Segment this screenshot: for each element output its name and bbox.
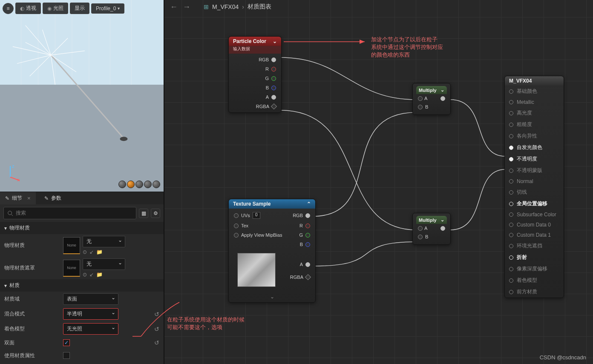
- chevron-down-icon[interactable]: ⌄: [440, 217, 444, 223]
- grid-icon[interactable]: ▦: [139, 209, 148, 218]
- output-pin-row[interactable]: 高光度: [505, 107, 564, 119]
- chevron-down-icon[interactable]: ⌄: [273, 38, 277, 44]
- output-pin[interactable]: [509, 89, 513, 94]
- output-pin-row[interactable]: Normal: [505, 176, 564, 186]
- dropdown-domain[interactable]: 表面: [63, 293, 118, 305]
- output-pin[interactable]: [509, 123, 513, 127]
- checkbox-twosided[interactable]: ✓: [63, 339, 70, 346]
- nav-fwd-button[interactable]: →: [182, 3, 191, 11]
- pin-mipbias[interactable]: [234, 233, 239, 238]
- output-pin[interactable]: [509, 233, 513, 237]
- dropdown-blend[interactable]: 半透明: [63, 308, 118, 320]
- node-texture-sample[interactable]: Texture Sample⌃ UVs0 RGB Tex R Apply Vie…: [228, 199, 316, 303]
- browse-icon[interactable]: ⊙: [83, 272, 87, 278]
- tab-details[interactable]: ✎ 细节 ×: [0, 192, 36, 204]
- pin-out-g[interactable]: [305, 233, 310, 238]
- output-pin-row[interactable]: 不透明蒙版: [505, 165, 564, 176]
- pin-in-b[interactable]: [418, 235, 423, 239]
- output-pin-row[interactable]: 着色模型: [505, 275, 564, 286]
- pin-in-a[interactable]: [418, 96, 423, 101]
- output-pin[interactable]: [509, 157, 513, 161]
- find-icon[interactable]: 📁: [96, 272, 103, 278]
- output-pin[interactable]: [509, 202, 513, 206]
- pin-in-a[interactable]: [418, 226, 423, 231]
- breadcrumb-graph[interactable]: 材质图表: [248, 3, 271, 11]
- node-particle-color[interactable]: Particle Color⌄ 输入数据 RGB R G B A RGBA: [228, 36, 282, 113]
- chevron-up-icon[interactable]: ⌃: [307, 201, 311, 207]
- output-pin[interactable]: [509, 134, 513, 138]
- viewport-preview-shapes[interactable]: [118, 181, 160, 188]
- output-pin-row[interactable]: 不透明度: [505, 153, 564, 165]
- output-pin-row[interactable]: 像素深度偏移: [505, 263, 564, 275]
- output-pin-row[interactable]: 环境光遮挡: [505, 240, 564, 252]
- pin-r[interactable]: [271, 67, 276, 72]
- output-pin-row[interactable]: 粗糙度: [505, 119, 564, 130]
- output-pin[interactable]: [509, 179, 513, 183]
- browse-icon[interactable]: ⊙: [83, 249, 87, 255]
- viewport-perspective-button[interactable]: ◐透视: [15, 3, 41, 14]
- pin-a[interactable]: [271, 95, 276, 100]
- pin-b[interactable]: [271, 86, 276, 90]
- output-pin-row[interactable]: 前方材质: [505, 286, 564, 298]
- find-icon[interactable]: 📁: [96, 249, 103, 255]
- pin-out-a[interactable]: [305, 262, 310, 267]
- texture-preview[interactable]: [237, 253, 276, 287]
- dropdown-shading[interactable]: 无光照: [63, 323, 118, 335]
- output-pin[interactable]: [509, 190, 513, 195]
- output-pin[interactable]: [509, 290, 513, 294]
- pin-out-r[interactable]: [305, 224, 310, 228]
- gear-icon[interactable]: ⚙: [151, 209, 160, 218]
- breadcrumb-mat[interactable]: M_VFX04: [212, 3, 239, 10]
- output-pin[interactable]: [509, 255, 513, 260]
- use-icon[interactable]: ↙: [89, 249, 94, 255]
- node-multiply-bottom[interactable]: Multiply⌄ A B: [412, 213, 451, 245]
- pin-uvs[interactable]: [234, 213, 239, 218]
- output-pin[interactable]: [509, 267, 513, 271]
- search-input[interactable]: 搜索: [3, 207, 136, 219]
- pin-rgba[interactable]: [271, 103, 277, 109]
- output-pin-row[interactable]: 自发光颜色: [505, 142, 564, 153]
- output-pin-row[interactable]: Custom Data 1: [505, 230, 564, 240]
- pin-out-b[interactable]: [305, 242, 310, 247]
- output-pin[interactable]: [509, 244, 513, 248]
- asset-thumb-physmask[interactable]: None: [63, 260, 80, 277]
- output-pin-row[interactable]: Metallic: [505, 97, 564, 107]
- pin-g[interactable]: [271, 76, 276, 81]
- viewport-lit-button[interactable]: ◉光照: [43, 3, 68, 14]
- output-pin[interactable]: [509, 111, 513, 115]
- use-icon[interactable]: ↙: [89, 272, 94, 278]
- pin-rgb[interactable]: [271, 57, 276, 62]
- output-pin[interactable]: [509, 100, 513, 104]
- dropdown-physmat[interactable]: 无: [83, 236, 125, 247]
- viewport[interactable]: ≡ ◐透视 ◉光照 显示 Profile_0▾ Z X: [0, 0, 164, 192]
- output-pin-row[interactable]: Custom Data 0: [505, 220, 564, 230]
- output-pin[interactable]: [509, 278, 513, 283]
- pin-in-b[interactable]: [418, 105, 423, 109]
- output-pin-row[interactable]: 各向异性: [505, 130, 564, 142]
- asset-thumb-physmat[interactable]: None: [63, 237, 80, 254]
- section-material[interactable]: ▾材质: [0, 279, 164, 292]
- viewport-menu-button[interactable]: ≡: [3, 3, 14, 14]
- pin-tex[interactable]: [234, 224, 239, 228]
- nav-back-button[interactable]: ←: [170, 3, 178, 11]
- dropdown-physmask[interactable]: 无: [83, 258, 125, 270]
- pin-out[interactable]: [440, 226, 445, 231]
- node-multiply-top[interactable]: Multiply⌄ A B: [412, 83, 451, 115]
- viewport-show-button[interactable]: 显示: [70, 3, 89, 14]
- output-pin[interactable]: [509, 146, 513, 150]
- output-pin-row[interactable]: 切线: [505, 186, 564, 198]
- tab-params[interactable]: ✎ 参数: [39, 192, 66, 204]
- node-material-output[interactable]: M_VFX04 基础颜色Metallic高光度粗糙度各向异性自发光颜色不透明度不…: [504, 76, 564, 298]
- section-physical-material[interactable]: ▾物理材质: [0, 222, 164, 234]
- uv-value[interactable]: 0: [253, 212, 260, 219]
- checkbox-useattr[interactable]: [63, 352, 70, 359]
- output-pin[interactable]: [509, 169, 513, 173]
- viewport-profile-button[interactable]: Profile_0▾: [91, 3, 124, 14]
- chevron-down-icon[interactable]: ⌄: [440, 87, 444, 93]
- pin-out-rgb[interactable]: [305, 213, 310, 218]
- material-graph[interactable]: ← → ⊞ M_VFX04 › 材质图表 Particle Color⌄ 输入数…: [164, 0, 593, 364]
- pin-out-rgba[interactable]: [305, 274, 311, 280]
- output-pin[interactable]: [509, 223, 513, 227]
- pin-out[interactable]: [440, 96, 445, 101]
- output-pin-row[interactable]: 全局位置偏移: [505, 198, 564, 209]
